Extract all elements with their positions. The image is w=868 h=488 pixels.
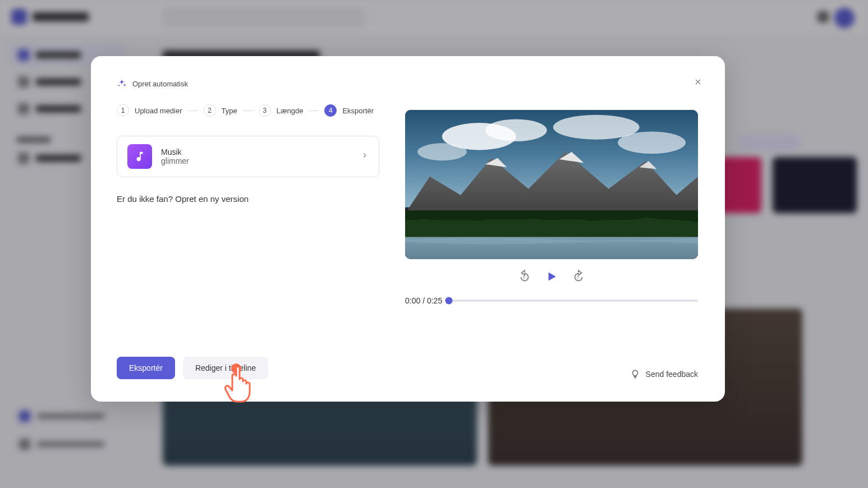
total-time: 0:25 xyxy=(427,296,442,305)
close-button[interactable] xyxy=(690,74,706,90)
step-separator xyxy=(188,111,198,111)
modal-actions: Eksportér Rediger i timeline xyxy=(117,357,379,379)
export-modal: Opret automatisk 1 Upload medier 2 Type … xyxy=(91,56,725,402)
sparkle-icon xyxy=(117,79,127,89)
send-feedback-link[interactable]: Send feedback xyxy=(630,369,698,379)
step-4-label: Eksportér xyxy=(342,107,374,115)
close-icon xyxy=(694,77,702,86)
music-text: Musik glimmer xyxy=(161,148,189,165)
feedback-label: Send feedback xyxy=(646,370,698,379)
step-2[interactable]: 2 Type xyxy=(204,104,237,117)
step-separator xyxy=(243,111,253,111)
timeline-row: 0:00 / 0:25 xyxy=(405,296,698,305)
step-4[interactable]: 4 Eksportér xyxy=(324,104,374,117)
step-3[interactable]: 3 Længde xyxy=(259,104,304,117)
music-subtitle: glimmer xyxy=(161,156,189,165)
play-button[interactable] xyxy=(544,269,559,284)
forward-button[interactable]: 5 xyxy=(571,269,586,284)
svg-point-4 xyxy=(485,119,547,142)
lightbulb-icon xyxy=(630,369,640,379)
svg-text:5: 5 xyxy=(523,275,525,279)
svg-point-7 xyxy=(618,131,686,154)
chevron-right-icon xyxy=(361,151,369,162)
modal-right-panel: 5 5 0:00 / 0:25 Send feedback xyxy=(405,56,725,402)
current-time: 0:00 xyxy=(405,296,420,305)
auto-create-header: Opret automatisk xyxy=(117,79,379,89)
playback-controls: 5 5 xyxy=(405,269,698,284)
stepper: 1 Upload medier 2 Type 3 Længde 4 Ekspor… xyxy=(117,104,379,117)
svg-point-6 xyxy=(417,143,467,160)
music-selector[interactable]: Musik glimmer xyxy=(117,136,379,177)
seek-bar[interactable] xyxy=(449,300,698,302)
edit-timeline-button[interactable]: Rediger i timeline xyxy=(183,357,268,379)
regenerate-text: Er du ikke fan? Opret en ny version xyxy=(117,194,379,204)
step-1-label: Upload medier xyxy=(135,107,182,115)
step-1-number: 1 xyxy=(117,104,129,117)
step-2-label: Type xyxy=(222,107,237,115)
auto-create-label: Opret automatisk xyxy=(132,80,188,88)
step-2-number: 2 xyxy=(204,104,216,117)
step-4-number: 4 xyxy=(324,104,337,117)
playback-time: 0:00 / 0:25 xyxy=(405,296,442,305)
music-title: Musik xyxy=(161,148,189,156)
step-3-number: 3 xyxy=(259,104,271,117)
export-button[interactable]: Eksportér xyxy=(117,357,175,379)
step-1[interactable]: 1 Upload medier xyxy=(117,104,182,117)
step-3-label: Længde xyxy=(277,107,304,115)
modal-left-panel: Opret automatisk 1 Upload medier 2 Type … xyxy=(91,56,405,402)
video-preview[interactable] xyxy=(405,110,698,259)
svg-text:5: 5 xyxy=(577,275,579,279)
music-note-icon xyxy=(127,144,152,169)
step-separator xyxy=(309,111,319,111)
seek-thumb[interactable] xyxy=(446,297,453,305)
rewind-button[interactable]: 5 xyxy=(517,269,532,284)
